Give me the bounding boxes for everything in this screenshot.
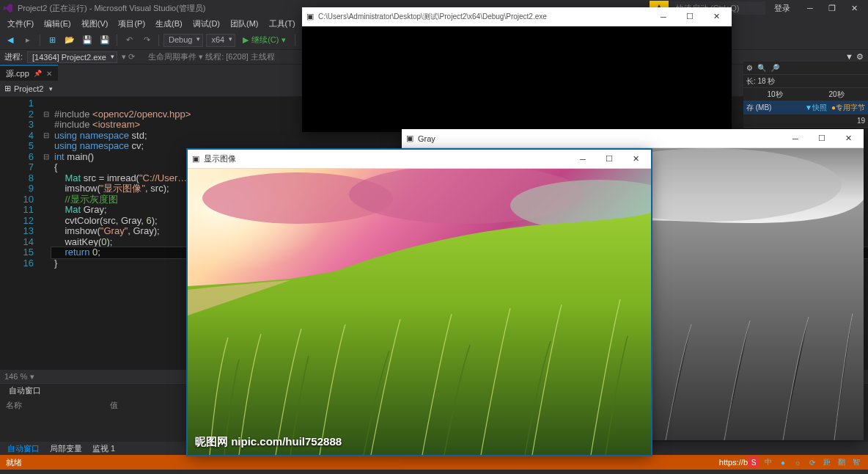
line-gutter: 12345678910111213141516: [0, 97, 41, 370]
img-minimize[interactable]: ─: [572, 152, 594, 167]
window-title: Project2 (正在运行) - Microsoft Visual Studi…: [18, 3, 206, 14]
process-combo[interactable]: [14364] Project2.exe: [27, 51, 117, 63]
col-value: 值: [110, 400, 118, 411]
diagnostics-panel: ⚙🔍🔎 长: 18 秒 10秒20秒 存 (MB)▼快照●专用字节 19: [743, 62, 868, 128]
pin-icon[interactable]: 📌: [34, 70, 42, 77]
color-image: [188, 169, 651, 455]
tab-label: 源.cpp: [6, 68, 29, 79]
watermark: 昵图网 nipic.com/huil752888: [195, 435, 342, 449]
continue-button[interactable]: ▶ 继续(C) ▾: [238, 34, 290, 45]
diag-icon[interactable]: ⚙: [746, 64, 753, 72]
image-title: 显示图像: [204, 153, 236, 164]
bottom-tab[interactable]: 局部变量: [45, 442, 87, 456]
diag-zoom-in-icon[interactable]: 🔍: [757, 64, 766, 72]
tray-icon[interactable]: 智: [850, 456, 862, 468]
lifecycle-label: 生命周期事件 ▾ 线程: [6208] 主线程: [148, 51, 275, 62]
bottom-tab[interactable]: 监视 1: [88, 442, 119, 456]
fold-column[interactable]: ⊟⊟⊟: [41, 97, 51, 370]
menu-item[interactable]: 团队(M): [226, 17, 263, 31]
tray-icon[interactable]: 中: [762, 456, 774, 468]
tray-icon[interactable]: 翻: [836, 456, 847, 468]
tray-icon[interactable]: ●: [777, 456, 789, 468]
sign-in-link[interactable]: 登录: [774, 3, 790, 14]
console-close[interactable]: ✕: [705, 10, 727, 24]
window-close[interactable]: ✕: [843, 1, 865, 15]
tray-icon[interactable]: S: [748, 456, 760, 468]
editor-tab[interactable]: 源.cpp 📌 ✕: [0, 65, 58, 81]
status-ready: 就绪: [6, 457, 22, 468]
gray-minimize[interactable]: ─: [784, 131, 806, 146]
window-minimize[interactable]: ─: [799, 1, 821, 15]
save-button[interactable]: 💾: [80, 33, 95, 48]
close-tab-icon[interactable]: ✕: [46, 70, 52, 78]
tray-icon[interactable]: ☼: [792, 456, 803, 468]
gray-close[interactable]: ✕: [837, 131, 859, 146]
menu-item[interactable]: 编辑(E): [40, 17, 76, 31]
window-icon: ▣: [192, 154, 199, 164]
window-icon: ▣: [406, 134, 413, 143]
diag-zoom-out-icon[interactable]: 🔎: [770, 64, 779, 72]
undo-button[interactable]: ↶: [122, 33, 136, 48]
open-button[interactable]: 📂: [62, 33, 77, 48]
console-window[interactable]: ▣ C:\Users\Administrator\Desktop\测试\Proj…: [302, 7, 732, 132]
nav-forward-button[interactable]: ▸: [21, 33, 35, 48]
tray-icon[interactable]: ⟳: [806, 456, 818, 468]
console-maximize[interactable]: ☐: [679, 10, 701, 24]
vs-icon: [3, 3, 13, 13]
tray-icon[interactable]: 距: [821, 456, 833, 468]
config-combo[interactable]: Debug: [163, 34, 203, 47]
console-minimize[interactable]: ─: [652, 10, 674, 24]
filter-icon[interactable]: ▼: [845, 52, 853, 62]
col-name: 名称: [6, 400, 22, 411]
diag-time: 长: 18 秒: [746, 76, 775, 87]
window-restore[interactable]: ❐: [821, 1, 843, 15]
menu-item[interactable]: 生成(B): [151, 17, 187, 31]
menu-item[interactable]: 视图(V): [77, 17, 113, 31]
new-project-button[interactable]: ⊞: [45, 33, 59, 48]
gray-title: Gray: [418, 134, 435, 143]
panel-title: 自动窗口: [3, 384, 47, 398]
menu-item[interactable]: 工具(T): [265, 17, 300, 31]
bottom-tab[interactable]: 自动窗口: [3, 442, 44, 456]
gray-maximize[interactable]: ☐: [811, 131, 833, 146]
console-icon: ▣: [306, 12, 314, 21]
menu-item[interactable]: 项目(P): [114, 17, 150, 31]
color-image-window[interactable]: ▣ 显示图像 ─ ☐ ✕: [188, 150, 651, 455]
img-close[interactable]: ✕: [625, 152, 647, 167]
menu-item[interactable]: 文件(F): [3, 17, 38, 31]
save-all-button[interactable]: 💾: [98, 33, 112, 48]
platform-combo[interactable]: x64: [206, 34, 235, 47]
process-label: 进程:: [4, 51, 23, 62]
nav-back-button[interactable]: ◀: [3, 33, 18, 48]
status-url: https://b: [719, 458, 748, 467]
settings-icon[interactable]: ⚙: [856, 52, 864, 62]
zoom-level[interactable]: 146 %: [4, 372, 27, 381]
status-bar: 就绪 https://b S中●☼⟳距翻智: [0, 455, 868, 470]
img-maximize[interactable]: ☐: [598, 152, 620, 167]
redo-button[interactable]: ↷: [139, 33, 154, 48]
system-tray: S中●☼⟳距翻智: [748, 456, 862, 468]
console-title: C:\Users\Administrator\Desktop\测试\Projec…: [318, 12, 547, 22]
project-crumb[interactable]: ⊞ Project2▾: [4, 84, 53, 93]
menu-item[interactable]: 调试(D): [188, 17, 224, 31]
